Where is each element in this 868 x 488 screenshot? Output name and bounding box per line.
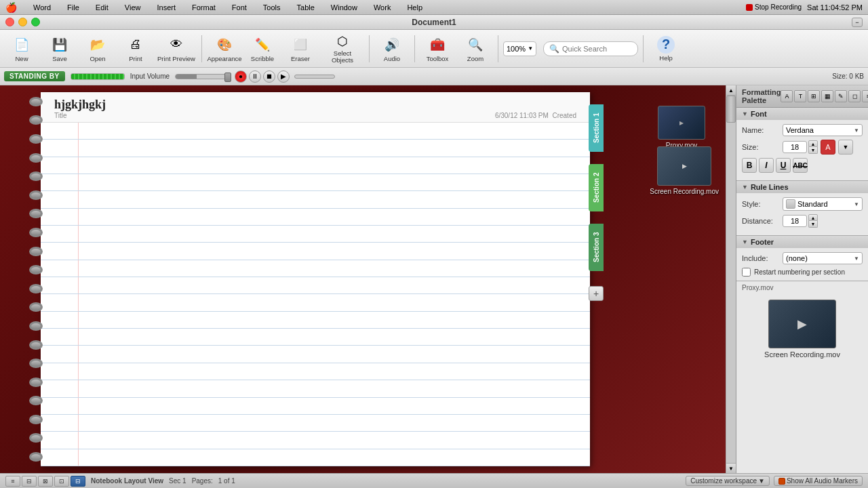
paper-line[interactable] (41, 123, 590, 140)
view-outline-btn[interactable]: ⊟ (22, 476, 37, 487)
paper-line[interactable] (41, 380, 590, 397)
show-markers-btn[interactable]: Show All Audio Markers (774, 476, 863, 486)
paper-line[interactable] (41, 260, 590, 277)
paper-line[interactable] (41, 174, 590, 191)
apple-menu-icon[interactable]: 🍎 (5, 2, 17, 13)
print-preview-button[interactable]: 👁 Print Preview (156, 32, 197, 66)
paper-line[interactable] (41, 226, 590, 243)
menu-word[interactable]: Word (31, 2, 54, 13)
paper-line[interactable] (41, 191, 590, 208)
quick-search-box[interactable]: 🔍 (543, 41, 638, 56)
style-box[interactable]: Standard ▼ (783, 197, 863, 211)
view-page-btn[interactable]: ⊠ (38, 476, 53, 487)
scroll-thumb[interactable] (726, 96, 736, 123)
open-button[interactable]: 📂 Open (80, 32, 115, 66)
palette-icon-btn-3[interactable]: ⊞ (808, 90, 820, 102)
font-color-swatch[interactable]: A (821, 140, 835, 155)
paper-line[interactable] (41, 415, 590, 432)
save-button[interactable]: 💾 Save (42, 32, 77, 66)
maximize-button[interactable] (31, 18, 40, 26)
font-section-header[interactable]: ▼ Font (736, 108, 868, 120)
paper-line[interactable] (41, 277, 590, 294)
view-draft-btn[interactable]: ⊡ (54, 476, 69, 487)
font-color-dropdown[interactable]: ▼ (838, 140, 853, 155)
include-dropdown[interactable]: (none) ▼ (783, 252, 863, 264)
playback-slider[interactable] (294, 75, 335, 79)
underline-button[interactable]: U (776, 158, 791, 173)
print-button[interactable]: 🖨 Print (118, 32, 153, 66)
palette-icon-btn-1[interactable]: A (781, 90, 793, 102)
record-button[interactable]: ● (235, 70, 247, 83)
paper-line[interactable] (41, 157, 590, 174)
restart-numbering-checkbox[interactable] (742, 268, 751, 277)
menu-edit[interactable]: Edit (93, 2, 111, 13)
toolbox-button[interactable]: 🧰 Toolbox (420, 32, 455, 66)
paper-line[interactable] (41, 449, 590, 466)
menu-font[interactable]: Font (229, 2, 250, 13)
menu-window[interactable]: Window (328, 2, 360, 13)
distance-increment[interactable]: ▲ (808, 214, 818, 221)
audio-button[interactable]: 🔊 Audio (374, 32, 410, 66)
paper-line[interactable] (41, 312, 590, 329)
palette-icon-btn-2[interactable]: T (794, 90, 806, 102)
notebook-document[interactable]: Section 1 Section 2 Section 3 + hjgkjhgk… (41, 92, 590, 466)
font-size-increment[interactable]: ▲ (808, 140, 818, 147)
italic-button[interactable]: I (759, 158, 774, 173)
screen-recording-icon[interactable]: ▶ Screen Recording.mov (650, 146, 719, 195)
paper-line[interactable] (41, 363, 590, 380)
scroll-down-arrow[interactable]: ▼ (726, 463, 736, 473)
paper-line[interactable] (41, 140, 590, 157)
select-objects-button[interactable]: ⬡ Select Objects (321, 32, 364, 66)
font-size-box[interactable]: 18 (783, 141, 807, 153)
help-button[interactable]: ? Help (648, 32, 684, 66)
zoom-value-box[interactable]: 100% ▼ (503, 41, 536, 56)
palette-icon-btn-7[interactable]: ≡ (862, 90, 868, 102)
paper-line[interactable] (41, 243, 590, 260)
zoom-button[interactable]: 🔍 Zoom (458, 32, 493, 66)
recording-file-in-palette[interactable]: ▶ Screen Recording.mov (736, 294, 868, 364)
pause-button[interactable]: ⏸ (249, 70, 261, 83)
appearance-button[interactable]: 🎨 Appearance (207, 32, 242, 66)
paper-line[interactable] (41, 209, 590, 226)
section-tab-2[interactable]: Section 2 (589, 164, 604, 211)
menu-view[interactable]: View (122, 2, 144, 13)
menu-file[interactable]: File (64, 2, 82, 13)
paper-line[interactable] (41, 329, 590, 346)
font-name-box[interactable]: Verdana ▼ (783, 124, 863, 136)
section-tab-3[interactable]: Section 3 (589, 224, 604, 271)
customize-workspace-btn[interactable]: Customize workspace ▼ (686, 476, 770, 486)
minimize-button[interactable] (18, 18, 27, 26)
stop-button[interactable]: ⏹ (263, 70, 275, 83)
eraser-button[interactable]: ⬜ Eraser (283, 32, 318, 66)
distance-decrement[interactable]: ▼ (808, 221, 818, 228)
notebook-body[interactable] (41, 123, 590, 466)
menu-work[interactable]: Work (371, 2, 393, 13)
menu-format[interactable]: Format (189, 2, 218, 13)
paper-line[interactable] (41, 294, 590, 311)
scribble-button[interactable]: ✏️ Scribble (245, 32, 280, 66)
new-button[interactable]: 📄 New (4, 32, 39, 66)
view-normal-btn[interactable]: ≡ (5, 476, 20, 487)
stop-recording-btn[interactable]: Stop Recording (746, 3, 802, 11)
volume-slider[interactable] (175, 74, 229, 79)
paper-line[interactable] (41, 346, 590, 363)
play-button[interactable]: ▶ (277, 70, 290, 83)
scroll-up-arrow[interactable]: ▲ (726, 85, 736, 96)
vertical-scrollbar[interactable]: ▲ ▼ (726, 85, 736, 473)
proxy-file-icon[interactable]: ▶ Proxy.mov (658, 106, 705, 149)
menu-insert[interactable]: Insert (154, 2, 178, 13)
paper-line[interactable] (41, 432, 590, 449)
palette-icon-btn-5[interactable]: ✎ (835, 90, 847, 102)
search-input[interactable] (562, 45, 630, 53)
add-section-button[interactable]: + (589, 286, 604, 301)
palette-icon-btn-6[interactable]: ◻ (848, 90, 861, 102)
footer-section-header[interactable]: ▼ Footer (736, 236, 868, 248)
distance-value-box[interactable]: 18 (783, 215, 807, 227)
palette-icon-btn-4[interactable]: ▦ (821, 90, 833, 102)
view-notebook-btn[interactable]: ⊟ (71, 476, 85, 487)
paper-line[interactable] (41, 398, 590, 415)
section-tab-1[interactable]: Section 1 (589, 104, 604, 152)
font-size-decrement[interactable]: ▼ (808, 147, 818, 154)
strikethrough-button[interactable]: ABC (793, 158, 808, 173)
close-button[interactable] (5, 18, 14, 26)
